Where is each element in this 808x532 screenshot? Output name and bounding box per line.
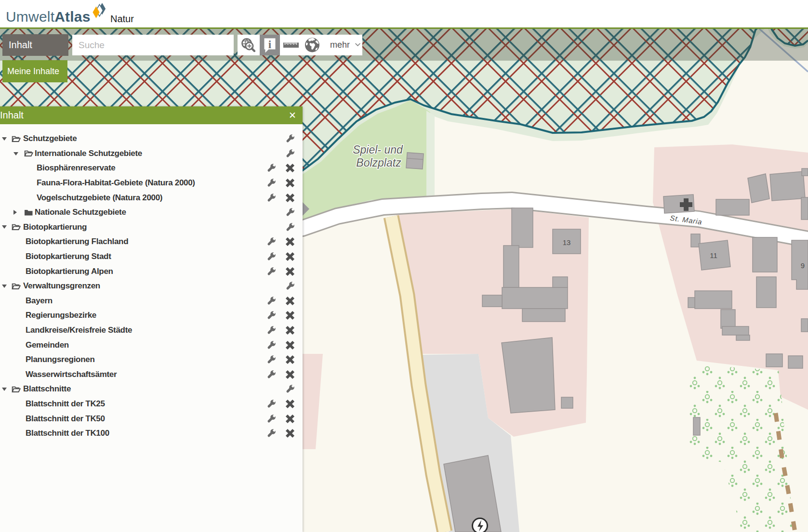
svg-text:Spiel- und: Spiel- und <box>353 143 403 156</box>
svg-text:i: i <box>268 39 272 51</box>
svg-text:13: 13 <box>563 238 571 247</box>
svg-text:9: 9 <box>801 261 805 270</box>
svg-text:11: 11 <box>710 251 717 260</box>
svg-text:Bolzplatz: Bolzplatz <box>356 156 401 169</box>
